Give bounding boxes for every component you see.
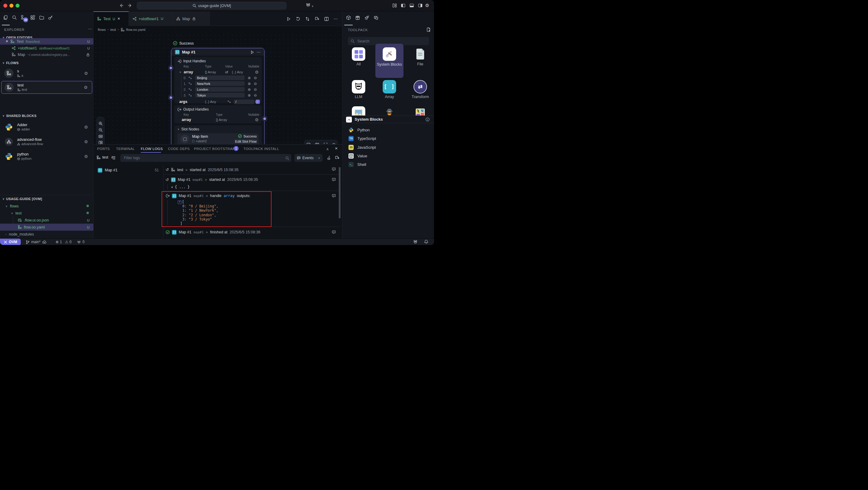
output-row-array[interactable]: array [] Array ⚙ — [182, 118, 259, 122]
slot-card[interactable]: Map Item +slot#2 Success Edit Slot Flow — [178, 133, 259, 144]
flows-section-header[interactable]: ∨FLOWS — [2, 61, 19, 65]
block-item-shell[interactable]: >_ Shell — [342, 160, 434, 169]
problems-status[interactable]: ⊗1 ⚠0 — [56, 239, 71, 245]
explorer-files-icon[interactable] — [3, 15, 8, 20]
toggle-left-sidebar-icon[interactable] — [401, 3, 406, 8]
log-node-list-item[interactable]: [] Map #1 51 — [93, 166, 163, 174]
shared-block-adder[interactable]: Adder adder ⚙ — [1, 121, 92, 133]
git-branch-status[interactable]: main* — [26, 239, 46, 245]
input-port-args[interactable] — [169, 96, 172, 99]
open-editor-item-test[interactable]: ✕ Test flows/test U — [0, 38, 93, 44]
blocks-activity-icon[interactable] — [30, 15, 35, 20]
tab-map[interactable]: Map — [173, 11, 210, 26]
nav-forward-icon[interactable] — [128, 3, 132, 8]
array-item-input[interactable]: Beijing — [195, 75, 245, 80]
close-icon[interactable]: ✕ — [117, 17, 120, 21]
traffic-zoom-button[interactable] — [16, 4, 20, 8]
tree-item-flow-ui-json[interactable]: .flow.ui.oo.json U — [0, 217, 93, 224]
comment-icon[interactable] — [332, 230, 336, 234]
close-panel-icon[interactable]: ✕ — [335, 146, 338, 151]
nav-back-icon[interactable] — [119, 3, 124, 8]
export-logs-icon[interactable] — [335, 155, 339, 160]
toolpack-box-icon[interactable] — [346, 15, 351, 21]
log-flow-selector[interactable]: test — [96, 155, 108, 159]
flow-card-test[interactable]: test test ⚙ — [1, 81, 92, 94]
tile-array-icon[interactable]: [ ] — [383, 80, 396, 93]
log-entry-map-finished[interactable]: [] Map #1 map#1 » finished at 2025/6/5 1… — [163, 227, 340, 237]
ovm-remote-indicator[interactable]: OVM — [0, 239, 21, 245]
input-port-array[interactable] — [169, 67, 172, 69]
flow-settings-gear-icon[interactable]: ⚙ — [84, 71, 88, 75]
node-more-icon[interactable]: ⋯ — [256, 50, 260, 54]
fit-view-icon[interactable] — [98, 134, 103, 139]
usage-guide-header[interactable]: ∨USAGE-GUIDE [OVM] — [2, 197, 42, 201]
chevron-down-icon[interactable]: ∨ — [312, 5, 314, 8]
comment-icon[interactable] — [332, 178, 336, 182]
handle-gear-icon[interactable]: ⚙ — [255, 70, 259, 74]
chat-icon[interactable] — [374, 15, 379, 21]
log-expand-row[interactable]: ▸ { ... } — [163, 184, 340, 190]
flows-activity-icon[interactable]: 43 — [21, 15, 26, 20]
tab-slotflow[interactable]: +slotflow#1 U — [129, 11, 173, 26]
log-list-icon[interactable] — [111, 155, 116, 160]
more-actions-icon[interactable]: ⋯ — [334, 16, 338, 21]
tile-array-label[interactable]: Array — [377, 95, 402, 99]
export-icon[interactable] — [315, 17, 319, 21]
sync-arrows-icon[interactable] — [305, 17, 310, 21]
panel-tab-code-deps[interactable]: CODE DEPS — [168, 147, 190, 151]
remove-item-icon[interactable]: ⊖ — [254, 82, 257, 86]
tile-llm-label[interactable]: LLM — [346, 95, 371, 99]
split-editor-icon[interactable] — [324, 17, 329, 21]
rerun-icon[interactable] — [296, 17, 300, 21]
remove-item-icon[interactable]: ⊖ — [254, 88, 257, 91]
open-editor-item-map[interactable]: Map ~/.oomol-studio/registry-pa... — [0, 51, 93, 58]
toggle-right-sidebar-icon[interactable] — [418, 3, 423, 8]
add-item-icon[interactable]: ⊕ — [248, 93, 251, 97]
tile-file-icon[interactable] — [413, 48, 427, 61]
shared-block-advanced-flow[interactable]: advanced-flow advanced-flow ⚙ — [1, 136, 92, 148]
tile-transform-icon[interactable]: ⇄ — [413, 80, 427, 93]
rocket-icon[interactable] — [364, 15, 370, 21]
block-settings-gear-icon[interactable]: ⚙ — [84, 140, 88, 144]
open-editor-item-slotflow[interactable]: +slotflow#1 slotflows/+slotflow#1 U — [0, 45, 93, 51]
flow-canvas[interactable]: Success [] Map #1 ⋯ Input Handles — [93, 33, 342, 144]
log-entry-map-started[interactable]: ↺ [] Map #1 map#1 » started at 2025/6/5 … — [163, 175, 340, 191]
close-icon[interactable]: ✕ — [5, 39, 8, 43]
shared-blocks-header[interactable]: ∨SHARED BLOCKS — [2, 114, 37, 118]
tile-llm-icon[interactable] — [352, 80, 365, 93]
folder-icon[interactable] — [39, 15, 44, 20]
edit-slot-flow-button[interactable]: Edit Slot Flow — [234, 139, 257, 144]
layout-columns-icon[interactable] — [392, 3, 397, 8]
flow-settings-gear-icon[interactable]: ⚙ — [84, 85, 88, 90]
remove-item-icon[interactable]: ⊖ — [254, 93, 257, 97]
map-node[interactable]: [] Map #1 ⋯ Input Handles Key Type Value… — [171, 48, 265, 144]
tile-system-blocks-icon[interactable] — [383, 48, 396, 61]
auto-layout-icon[interactable] — [98, 141, 103, 144]
log-entry-map-outputs[interactable]: [] Map #1 map#1 » handle array outputs: … — [163, 191, 340, 227]
explorer-more-icon[interactable]: ⋯ — [88, 27, 92, 31]
command-center-search[interactable]: usage-guide [OVM] — [137, 2, 286, 9]
input-row-args[interactable]: args {..} Any “∨ / ✓ ⚙ — [179, 99, 259, 104]
array-item-input[interactable]: London — [195, 87, 245, 92]
output-port-array[interactable] — [263, 117, 266, 120]
system-blocks-section-header[interactable]: System Blocks — [342, 116, 434, 123]
flow-card-s[interactable]: s a ⚙ — [1, 67, 92, 80]
array-item-input[interactable]: NewYork — [195, 81, 245, 86]
filter-logs-input[interactable] — [120, 154, 291, 162]
oomol-assistant-icon[interactable] — [305, 2, 311, 8]
panel-tab-toolpack-install[interactable]: TOOLPACK INSTALL — [243, 147, 279, 151]
tree-item-flow-oo-yaml[interactable]: flow.oo.yaml U — [0, 224, 93, 231]
node-header[interactable]: [] Map #1 ⋯ — [171, 48, 264, 56]
panel-tab-project-bootstrap[interactable]: PROJECT BOOTSTRAP — [194, 147, 235, 151]
tile-transform-label[interactable]: Transform — [407, 95, 433, 99]
settings-gear-icon[interactable]: ⚙ — [425, 3, 429, 8]
toolpack-search-input[interactable] — [357, 39, 424, 44]
breadcrumb[interactable]: flows› test› flow.oo.yaml — [93, 26, 342, 33]
run-flow-icon[interactable] — [286, 17, 291, 21]
remove-item-icon[interactable]: ⊖ — [254, 76, 257, 80]
array-item-input[interactable]: Tokyo — [195, 93, 245, 97]
tree-item-flows[interactable]: ∨flows — [0, 203, 93, 210]
zoom-out-icon[interactable] — [98, 128, 103, 132]
gift-icon[interactable] — [355, 15, 361, 21]
log-entry-flow-started[interactable]: ↺ test » started at 2025/6/5 15:08:35 — [163, 165, 340, 175]
